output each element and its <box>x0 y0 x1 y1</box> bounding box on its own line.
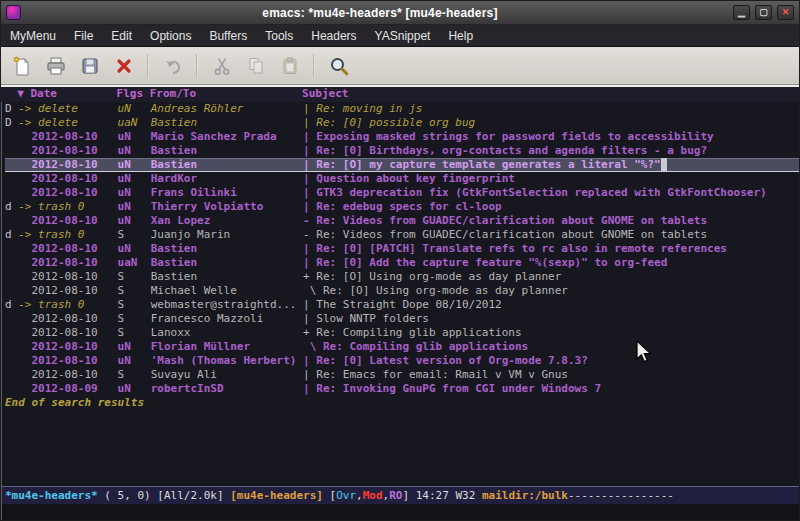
text-cursor <box>661 158 668 171</box>
message-row[interactable]: 2012-08-10 uN Frans Oilinki | GTK3 depre… <box>5 186 799 200</box>
message-row[interactable]: 2012-08-10 S Michael Welle \ Re: [O] Usi… <box>5 284 799 298</box>
copy-icon <box>245 55 267 77</box>
header-line[interactable]: ▼ Date Flgs From/To Subject <box>1 85 799 102</box>
emacs-window: emacs: *mu4e-headers* [mu4e-headers] ▁ ▢… <box>0 0 800 521</box>
message-row[interactable]: 2012-08-10 uaN Bastien | Re: [0] Add the… <box>5 256 799 270</box>
edit-area: D -> delete uN Andreas Röhler | Re: movi… <box>1 102 799 520</box>
menu-item-edit[interactable]: Edit <box>102 26 141 46</box>
message-row[interactable]: d -> trash 0 uN Thierry Volpiatto | Re: … <box>5 200 799 214</box>
toolbar-separator <box>313 54 315 78</box>
message-row-current[interactable]: 2012-08-10 uN Bastien | Re: [O] my captu… <box>5 158 799 172</box>
search-button[interactable] <box>323 51 354 81</box>
print-button[interactable] <box>40 51 71 81</box>
message-row[interactable]: 2012-08-10 uN Xan Lopez - Re: Videos fro… <box>5 214 799 228</box>
message-row[interactable]: D -> delete uaN Bastien | Re: [0] possib… <box>5 116 799 130</box>
menu-item-tools[interactable]: Tools <box>256 26 302 46</box>
message-row[interactable]: 2012-08-10 S Bastien + Re: [O] Using org… <box>5 270 799 284</box>
new-file-button[interactable] <box>6 51 37 81</box>
toolbar <box>1 47 799 85</box>
message-row[interactable]: 2012-08-10 uN Bastien | Re: [0] [PATCH] … <box>5 242 799 256</box>
message-row[interactable]: 2012-08-10 uN Bastien | Re: [0] Birthday… <box>5 144 799 158</box>
menu-item-yasnippet[interactable]: YASnippet <box>366 26 440 46</box>
menu-item-file[interactable]: File <box>65 26 102 46</box>
modeline-segment: *mu4e-headers* <box>5 489 98 502</box>
toolbar-separator <box>147 54 149 78</box>
message-row[interactable]: 2012-08-10 uN HardKor | Question about k… <box>5 172 799 186</box>
toolbar-separator <box>196 54 198 78</box>
copy-button[interactable] <box>240 51 271 81</box>
undo-button[interactable] <box>157 51 188 81</box>
print-icon <box>45 55 67 77</box>
message-row[interactable]: 2012-08-10 uN 'Mash (Thomas Herbert) | R… <box>5 354 799 368</box>
message-row[interactable]: 2012-08-10 S Suvayu Ali | Re: Emacs for … <box>5 368 799 382</box>
modeline-segment: RO <box>389 489 402 502</box>
headers-buffer: D -> delete uN Andreas Röhler | Re: movi… <box>2 102 799 486</box>
mode-line[interactable]: *mu4e-headers* ( 5, 0) [All/2.0k] [mu4e-… <box>2 486 799 504</box>
message-row[interactable]: 2012-08-10 uN Mario Sanchez Prada | Expo… <box>5 130 799 144</box>
modeline-segment: 14:27 W32 <box>416 489 482 502</box>
paste-button[interactable] <box>274 51 305 81</box>
message-row[interactable]: 2012-08-10 S Lanoxx + Re: Compiling glib… <box>5 326 799 340</box>
close-buffer-button[interactable] <box>108 51 139 81</box>
window-controls: ▁ ▢ ✕ <box>733 5 794 20</box>
modeline-segment: [mu4e-headers] <box>230 489 323 502</box>
menu-item-help[interactable]: Help <box>439 26 482 46</box>
new-file-icon <box>11 55 33 77</box>
maximize-button[interactable]: ▢ <box>755 5 772 20</box>
window-title: emacs: *mu4e-headers* [mu4e-headers] <box>27 6 733 20</box>
menu-item-mymenu[interactable]: MyMenu <box>1 26 65 46</box>
echo-area[interactable] <box>2 504 799 520</box>
cut-button[interactable] <box>206 51 237 81</box>
menu-bar: MyMenuFileEditOptionsBuffersToolsHeaders… <box>1 25 799 47</box>
message-row[interactable]: D -> delete uN Andreas Röhler | Re: movi… <box>5 102 799 116</box>
save-button[interactable] <box>74 51 105 81</box>
message-row[interactable]: d -> trash 0 S webmaster@straightd... | … <box>5 298 799 312</box>
modeline-segment: , <box>356 489 363 502</box>
cut-icon <box>211 55 233 77</box>
modeline-segment: ] <box>402 489 415 502</box>
message-row[interactable]: 2012-08-10 uN Florian Müllner \ Re: Comp… <box>5 340 799 354</box>
modeline-segment: maildir:/bulk <box>482 489 568 502</box>
menu-item-options[interactable]: Options <box>141 26 200 46</box>
modeline-segment: ---------------- <box>568 489 674 502</box>
message-row[interactable]: 2012-08-10 S Francesco Mazzoli | Slow NN… <box>5 312 799 326</box>
end-of-results-text: End of search results <box>5 396 799 410</box>
message-row[interactable]: d -> trash 0 S Juanjo Marin - Re: Videos… <box>5 228 799 242</box>
search-icon <box>328 55 350 77</box>
close-buffer-icon <box>113 55 135 77</box>
save-icon <box>79 55 101 77</box>
minimize-button[interactable]: ▁ <box>733 5 750 20</box>
close-button[interactable]: ✕ <box>777 5 794 20</box>
modeline-segment: [ <box>323 489 336 502</box>
menu-item-headers[interactable]: Headers <box>302 26 365 46</box>
modeline-segment: Ovr <box>336 489 356 502</box>
modeline-segment: [All/2.0k] <box>157 489 230 502</box>
message-row[interactable]: 2012-08-09 uN robertcInSD | Re: Invoking… <box>5 382 799 396</box>
modeline-segment: ( 5, 0) <box>98 489 158 502</box>
undo-icon <box>162 55 184 77</box>
emacs-app-icon <box>6 5 21 20</box>
paste-icon <box>279 55 301 77</box>
menu-item-buffers[interactable]: Buffers <box>200 26 256 46</box>
titlebar[interactable]: emacs: *mu4e-headers* [mu4e-headers] ▁ ▢… <box>1 1 799 25</box>
modeline-segment: Mod <box>363 489 383 502</box>
